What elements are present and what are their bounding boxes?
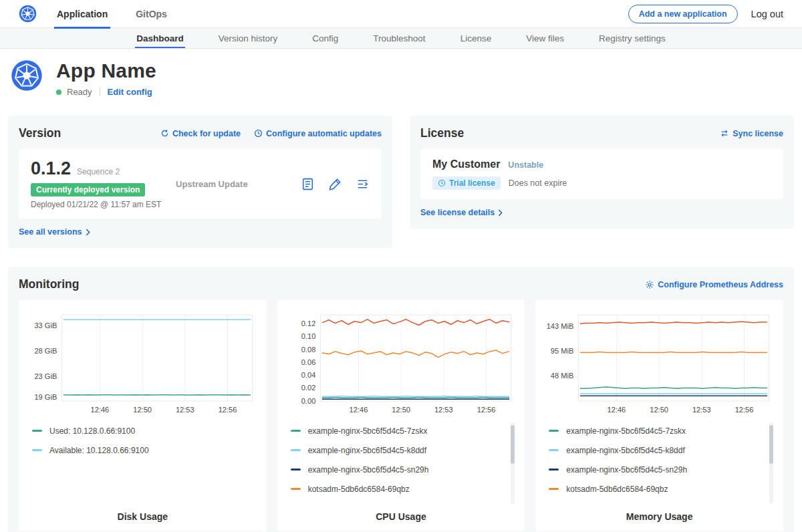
svg-text:12:50: 12:50 bbox=[392, 406, 410, 414]
svg-text:12:53: 12:53 bbox=[692, 406, 711, 414]
license-box: My Customer Unstable Trial license Does … bbox=[420, 149, 783, 199]
svg-text:0.08: 0.08 bbox=[301, 346, 315, 354]
license-card: License Sync license My Customer Unstabl… bbox=[410, 116, 794, 229]
svg-text:12:46: 12:46 bbox=[349, 406, 368, 414]
legend-item[interactable]: example-nginx-5bc6f5d4c5-sn29h bbox=[291, 460, 516, 479]
tab-config[interactable]: Config bbox=[311, 28, 340, 48]
clock-icon bbox=[438, 179, 446, 187]
chevron-right-icon bbox=[86, 229, 90, 236]
legend-label: example-nginx-5bc6f5d4c5-7zskx bbox=[566, 426, 686, 436]
edit-config-icon[interactable] bbox=[328, 177, 342, 191]
version-number: 0.1.2 bbox=[31, 158, 71, 179]
disk-usage-chart: 12:4612:5012:5312:5619 GiB23 GiB28 GiB33… bbox=[28, 309, 257, 418]
legend-scrollbar-thumb[interactable] bbox=[769, 425, 773, 464]
clock-arrow-icon bbox=[254, 129, 263, 138]
legend-item[interactable]: example-nginx-5bc6f5d4c5-k8ddf bbox=[291, 440, 516, 460]
cpu-usage-chart: 12:4612:5012:5312:560.000.020.040.060.08… bbox=[287, 309, 516, 418]
kubernetes-logo-icon bbox=[19, 5, 37, 23]
legend-item[interactable]: example-nginx-5bc6f5d4c5-k8ddf bbox=[549, 440, 774, 460]
svg-text:28 GiB: 28 GiB bbox=[34, 347, 57, 355]
svg-text:12:56: 12:56 bbox=[735, 406, 754, 414]
version-sequence: Sequence 2 bbox=[77, 167, 120, 176]
license-channel: Unstable bbox=[508, 160, 543, 170]
legend-item[interactable]: kotsadm-5db6dc6584-69qbz bbox=[549, 479, 774, 499]
svg-text:0.12: 0.12 bbox=[301, 319, 315, 327]
deployed-version-badge: Currently deployed version bbox=[31, 183, 145, 196]
legend-label: Used: 10.128.0.66:9100 bbox=[49, 426, 135, 436]
version-card-title: Version bbox=[19, 126, 61, 140]
svg-text:12:46: 12:46 bbox=[608, 406, 626, 414]
tab-version-history[interactable]: Version history bbox=[217, 28, 279, 48]
legend-swatch bbox=[32, 449, 42, 451]
legend-swatch bbox=[32, 430, 42, 432]
svg-text:0.10: 0.10 bbox=[301, 332, 315, 340]
memory-usage-chart-card: 12:4612:5012:5312:5648 MiB95 MiB143 MiB … bbox=[535, 300, 783, 531]
svg-text:0.04: 0.04 bbox=[301, 371, 315, 379]
legend-item[interactable]: example-nginx-5bc6f5d4c5-sn29h bbox=[549, 460, 774, 479]
svg-text:0.02: 0.02 bbox=[301, 384, 315, 392]
sync-icon bbox=[720, 129, 729, 138]
tab-troubleshoot[interactable]: Troubleshoot bbox=[372, 28, 426, 48]
svg-text:0.00: 0.00 bbox=[301, 397, 315, 405]
cpu-usage-legend: example-nginx-5bc6f5d4c5-7zskxexample-ng… bbox=[287, 421, 516, 505]
add-application-button[interactable]: Add a new application bbox=[628, 5, 738, 23]
legend-item[interactable]: example-nginx-5bc6f5d4c5-7zskx bbox=[291, 421, 516, 440]
divider bbox=[100, 88, 100, 96]
legend-label: example-nginx-5bc6f5d4c5-sn29h bbox=[566, 465, 687, 475]
tab-application[interactable]: Application bbox=[54, 0, 110, 28]
legend-swatch bbox=[549, 430, 559, 432]
tab-view-files[interactable]: View files bbox=[525, 28, 565, 48]
see-license-details-link[interactable]: See license details bbox=[420, 208, 503, 217]
check-for-update-link[interactable]: Check for update bbox=[160, 129, 241, 138]
chart-title: CPU Usage bbox=[287, 505, 516, 525]
svg-text:12:50: 12:50 bbox=[133, 406, 152, 414]
legend-swatch bbox=[291, 430, 301, 432]
legend-swatch bbox=[549, 449, 559, 451]
configure-prometheus-link[interactable]: Configure Prometheus Address bbox=[645, 280, 783, 289]
tab-registry-settings[interactable]: Registry settings bbox=[597, 28, 667, 48]
svg-text:143 MiB: 143 MiB bbox=[547, 322, 574, 330]
chevron-right-icon bbox=[498, 209, 503, 217]
legend-item[interactable]: kotsadm-5db6dc6584-69qbz bbox=[291, 479, 516, 499]
legend-swatch bbox=[549, 488, 559, 490]
svg-text:0.06: 0.06 bbox=[301, 358, 315, 366]
tab-gitops[interactable]: GitOps bbox=[133, 0, 170, 28]
sync-license-link[interactable]: Sync license bbox=[720, 129, 783, 138]
app-subnav: Dashboard Version history Config Trouble… bbox=[0, 28, 802, 49]
legend-label: kotsadm-5db6dc6584-69qbz bbox=[566, 485, 668, 494]
legend-item[interactable]: example-nginx-5bc6f5d4c5-7zskx bbox=[549, 421, 774, 440]
page-title: App Name bbox=[56, 59, 156, 82]
kots-dashboard-page: { "colors": { "brand_blue": "#326de6", "… bbox=[0, 0, 802, 532]
monitoring-title: Monitoring bbox=[19, 277, 79, 291]
legend-item[interactable]: Used: 10.128.0.66:9100 bbox=[32, 421, 257, 440]
legend-swatch bbox=[549, 469, 559, 471]
legend-label: kotsadm-5db6dc6584-69qbz bbox=[308, 485, 410, 494]
svg-text:19 GiB: 19 GiB bbox=[34, 393, 57, 401]
svg-text:33 GiB: 33 GiB bbox=[34, 321, 57, 329]
tab-license[interactable]: License bbox=[459, 28, 493, 48]
chart-title: Memory Usage bbox=[545, 505, 774, 525]
legend-scrollbar-thumb[interactable] bbox=[511, 425, 515, 464]
legend-item[interactable]: Available: 10.128.0.66:9100 bbox=[32, 440, 257, 460]
logout-button[interactable]: Log out bbox=[751, 9, 783, 19]
see-all-versions-link[interactable]: See all versions bbox=[19, 227, 90, 237]
upstream-update-label: Upstream Update bbox=[176, 179, 248, 189]
svg-text:12:50: 12:50 bbox=[650, 406, 669, 414]
view-diff-icon[interactable] bbox=[356, 177, 370, 191]
top-navbar: Application GitOps Add a new application… bbox=[0, 0, 802, 28]
configure-automatic-updates-link[interactable]: Configure automatic updates bbox=[254, 129, 382, 138]
memory-usage-chart: 12:4612:5012:5312:5648 MiB95 MiB143 MiB bbox=[545, 309, 774, 418]
legend-label: example-nginx-5bc6f5d4c5-k8ddf bbox=[566, 446, 684, 455]
trial-license-badge: Trial license bbox=[432, 176, 501, 190]
release-notes-icon[interactable] bbox=[301, 177, 315, 191]
cpu-usage-chart-card: 12:4612:5012:5312:560.000.020.040.060.08… bbox=[277, 300, 525, 531]
edit-config-link[interactable]: Edit config bbox=[108, 87, 152, 97]
svg-text:12:53: 12:53 bbox=[434, 406, 453, 414]
svg-text:12:56: 12:56 bbox=[477, 406, 495, 414]
tab-dashboard[interactable]: Dashboard bbox=[135, 28, 185, 48]
monitoring-card: Monitoring Configure Prometheus Address … bbox=[8, 267, 794, 532]
license-expiration: Does not expire bbox=[509, 178, 567, 188]
license-card-title: License bbox=[420, 126, 464, 140]
legend-swatch bbox=[291, 469, 301, 471]
kubernetes-logo bbox=[19, 5, 37, 23]
